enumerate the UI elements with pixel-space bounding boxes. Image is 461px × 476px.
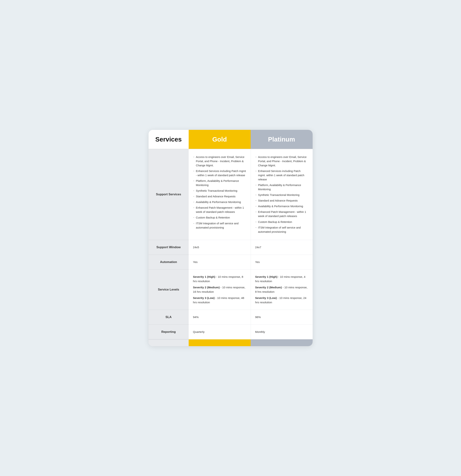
support-window-platinum-cell: 24x7 <box>251 240 313 255</box>
reporting-platinum-cell: Monthly <box>251 325 313 340</box>
gold-severity-item: Severity 3 (Low) - 10 mins response, 48 … <box>193 296 246 305</box>
gold-header-label: Gold <box>212 136 227 143</box>
footer-gold-cell <box>189 340 251 346</box>
automation-platinum-cell: Yes <box>251 255 313 270</box>
automation-gold-value: Yes <box>193 260 198 264</box>
services-header-label: Services <box>155 136 182 143</box>
platinum-service-item: Availability & Performance Monitoring <box>255 204 308 209</box>
platinum-service-item: Synthetic Transactional Monitoring <box>255 192 308 198</box>
support-window-gold-value: 24x5 <box>193 246 199 249</box>
automation-platinum-value: Yes <box>255 260 260 264</box>
gold-service-item: Availability & Performance Monitoring <box>193 199 246 205</box>
service-levels-label-cell: Service Levels <box>149 270 189 310</box>
gold-severity-item: Severity 1 (High) - 10 mins response, 8 … <box>193 275 246 283</box>
gold-service-item: Enhanced Services including Patch mgmt -… <box>193 168 246 178</box>
service-levels-platinum-cell: Severity 1 (High) - 10 mins response, 4 … <box>251 270 313 310</box>
support-window-row: Support Window 24x5 24x7 <box>149 240 313 255</box>
service-levels-gold-cell: Severity 1 (High) - 10 mins response, 8 … <box>189 270 251 310</box>
services-header-cell: Services <box>149 130 189 149</box>
service-levels-label: Service Levels <box>158 288 179 291</box>
platinum-services-list: Access to engineers over Email, Service … <box>255 154 308 235</box>
severity-label: Severity 2 (Medium) <box>255 286 282 289</box>
support-services-label: Support Services <box>156 193 181 196</box>
support-services-platinum-cell: Access to engineers over Email, Service … <box>251 149 313 240</box>
severity-label: Severity 1 (High) <box>193 275 215 278</box>
footer-row <box>149 340 313 346</box>
sla-row: SLA 94% 96% <box>149 310 313 325</box>
support-services-row: Support Services Access to engineers ove… <box>149 149 313 240</box>
footer-platinum-cell <box>251 340 313 346</box>
sla-label: SLA <box>166 315 172 319</box>
service-levels-row: Service Levels Severity 1 (High) - 10 mi… <box>149 270 313 310</box>
gold-service-item: Standard and Advance Requests <box>193 194 246 199</box>
comparison-card: Services Gold Platinum Support Services … <box>149 130 313 346</box>
gold-service-item: Platform, Availability & Performance Mon… <box>193 178 246 188</box>
gold-severity-item: Severity 2 (Medium) - 10 mins response, … <box>193 285 246 294</box>
severity-label: Severity 3 (Low) <box>255 296 277 299</box>
automation-label-cell: Automation <box>149 255 189 270</box>
severity-label: Severity 3 (Low) <box>193 296 215 299</box>
sla-platinum-value: 96% <box>255 315 261 319</box>
reporting-gold-value: Quarterly <box>193 330 205 333</box>
footer-label-cell <box>149 340 189 346</box>
support-window-label-cell: Support Window <box>149 240 189 255</box>
automation-row: Automation Yes Yes <box>149 255 313 270</box>
reporting-label-cell: Reporting <box>149 325 189 340</box>
severity-label: Severity 2 (Medium) <box>193 286 220 289</box>
gold-services-list: Access to engineers over Email, Service … <box>193 154 246 230</box>
platinum-service-item: Enhanced Patch Management - within 1 wee… <box>255 209 308 219</box>
reporting-label: Reporting <box>161 330 176 334</box>
sla-gold-cell: 94% <box>189 310 251 325</box>
automation-gold-cell: Yes <box>189 255 251 270</box>
automation-label: Automation <box>160 260 177 264</box>
support-window-platinum-value: 24x7 <box>255 246 261 249</box>
platinum-severity-item: Severity 3 (Low) - 10 mins response, 24 … <box>255 296 308 305</box>
platinum-header-label: Platinum <box>268 136 295 143</box>
gold-header-cell: Gold <box>189 130 251 149</box>
platinum-service-item: Standard and Advance Requests <box>255 198 308 204</box>
sla-platinum-cell: 96% <box>251 310 313 325</box>
gold-service-item: Access to engineers over Email, Service … <box>193 154 246 168</box>
reporting-gold-cell: Quarterly <box>189 325 251 340</box>
gold-service-item: ITSM Integration of self service and aut… <box>193 221 246 230</box>
header-row: Services Gold Platinum <box>149 130 313 149</box>
gold-service-item: Custom Backup & Retention <box>193 215 246 221</box>
support-window-label: Support Window <box>156 246 181 249</box>
support-window-gold-cell: 24x5 <box>189 240 251 255</box>
gold-service-item: Synthetic Transactional Monitoring <box>193 188 246 194</box>
reporting-row: Reporting Quarterly Monthly <box>149 325 313 340</box>
platinum-severity-item: Severity 2 (Medium) - 10 mins response, … <box>255 285 308 294</box>
support-services-label-cell: Support Services <box>149 149 189 240</box>
sla-label-cell: SLA <box>149 310 189 325</box>
platinum-service-item: ITSM Integration of self service and aut… <box>255 225 308 235</box>
reporting-platinum-value: Monthly <box>255 330 265 333</box>
sla-gold-value: 94% <box>193 315 199 319</box>
support-services-gold-cell: Access to engineers over Email, Service … <box>189 149 251 240</box>
platinum-service-item: Platform, Availability & Performance Mon… <box>255 182 308 192</box>
platinum-severity-item: Severity 1 (High) - 10 mins response, 4 … <box>255 275 308 283</box>
platinum-service-item: Enhanced Services including Patch mgmt. … <box>255 168 308 182</box>
gold-service-item: Enhanced Patch Management - within 1 wee… <box>193 205 246 215</box>
platinum-header-cell: Platinum <box>251 130 313 149</box>
comparison-table: Services Gold Platinum Support Services … <box>149 130 313 346</box>
platinum-service-item: Access to engineers over Email, Service … <box>255 154 308 168</box>
platinum-service-item: Custom Backup & Retention <box>255 219 308 225</box>
severity-label: Severity 1 (High) <box>255 275 277 278</box>
